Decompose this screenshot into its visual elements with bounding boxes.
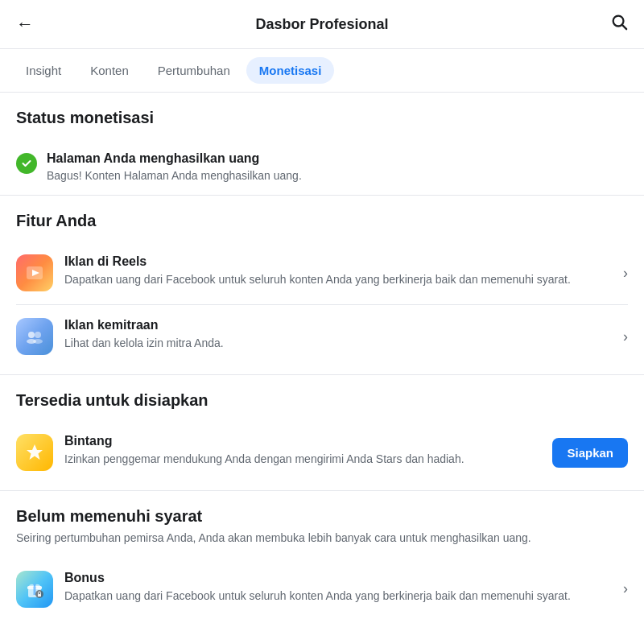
tab-bar: Insight Konten Pertumbuhan Monetisasi <box>0 49 644 93</box>
available-section: Tersedia untuk disiapkan Bintang Izinkan… <box>0 375 644 484</box>
list-item[interactable]: Bonus Dapatkan uang dari Facebook untuk … <box>16 558 628 621</box>
reels-title: Iklan di Reels <box>64 254 605 269</box>
svg-rect-11 <box>34 584 36 595</box>
list-item[interactable]: Bintang Izinkan penggemar mendukung Anda… <box>16 421 628 484</box>
bonus-text: Bonus Dapatkan uang dari Facebook untuk … <box>64 571 605 605</box>
fitur-section-title: Fitur Anda <box>16 212 628 230</box>
status-check-icon <box>16 153 37 174</box>
svg-point-7 <box>33 339 43 344</box>
star-text: Bintang Izinkan penggemar mendukung Anda… <box>64 434 535 468</box>
partner-text: Iklan kemitraan Lihat dan kelola izin mi… <box>64 318 605 352</box>
partner-icon <box>16 318 53 355</box>
list-item[interactable]: Iklan kemitraan Lihat dan kelola izin mi… <box>16 305 628 368</box>
notmet-section: Belum memenuhi syarat Seiring pertumbuha… <box>0 491 644 621</box>
reels-icon <box>16 254 53 291</box>
partner-desc: Lihat dan kelola izin mitra Anda. <box>64 336 605 352</box>
list-item[interactable]: Iklan di Reels Dapatkan uang dari Facebo… <box>16 242 628 305</box>
partner-title: Iklan kemitraan <box>64 318 605 332</box>
star-desc: Izinkan penggemar mendukung Anda dengan … <box>64 452 535 468</box>
tab-monetisasi[interactable]: Monetisasi <box>246 57 335 84</box>
chevron-right-icon: › <box>623 580 628 597</box>
search-button[interactable] <box>610 13 628 35</box>
bonus-title: Bonus <box>64 571 605 585</box>
svg-line-1 <box>622 25 626 29</box>
status-title: Halaman Anda menghasilkan uang <box>47 151 302 166</box>
notmet-section-subtitle: Seiring pertumbuhan pemirsa Anda, Anda a… <box>16 530 628 547</box>
bonus-desc: Dapatkan uang dari Facebook untuk seluru… <box>64 588 605 605</box>
reels-desc: Dapatkan uang dari Facebook untuk seluru… <box>64 272 605 288</box>
tab-konten[interactable]: Konten <box>77 57 142 84</box>
available-section-title: Tersedia untuk disiapkan <box>16 391 628 410</box>
chevron-right-icon: › <box>623 265 628 282</box>
tab-pertumbuhan[interactable]: Pertumbuhan <box>145 57 243 84</box>
status-section: Status monetisasi Halaman Anda menghasil… <box>0 93 644 195</box>
bonus-icon <box>16 571 53 608</box>
status-card: Halaman Anda menghasilkan uang Bagus! Ko… <box>16 138 628 195</box>
star-icon <box>16 434 53 471</box>
tab-insight[interactable]: Insight <box>13 57 74 84</box>
status-desc: Bagus! Konten Halaman Anda menghasilkan … <box>47 169 302 182</box>
page-content: Status monetisasi Halaman Anda menghasil… <box>0 93 644 621</box>
svg-marker-8 <box>27 444 43 460</box>
star-title: Bintang <box>64 434 535 448</box>
fitur-section: Fitur Anda Iklan di Reels Dapatkan uang … <box>0 196 644 368</box>
back-button[interactable]: ← <box>16 14 34 35</box>
status-text: Halaman Anda menghasilkan uang Bagus! Ko… <box>47 151 302 182</box>
page-title: Dasbor Profesional <box>255 16 388 33</box>
status-section-title: Status monetisasi <box>16 109 628 127</box>
siapkan-button[interactable]: Siapkan <box>552 438 628 468</box>
app-header: ← Dasbor Profesional <box>0 0 644 49</box>
chevron-right-icon: › <box>623 328 628 345</box>
svg-rect-15 <box>38 594 41 597</box>
svg-point-5 <box>35 332 41 338</box>
reels-text: Iklan di Reels Dapatkan uang dari Facebo… <box>64 254 605 288</box>
svg-point-4 <box>28 332 35 338</box>
notmet-section-title: Belum memenuhi syarat <box>16 507 628 526</box>
